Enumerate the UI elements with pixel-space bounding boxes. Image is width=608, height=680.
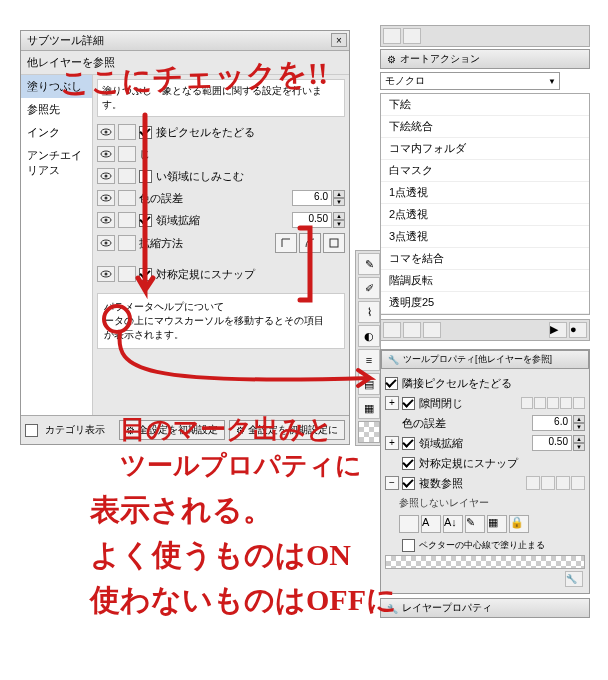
- eye-icon[interactable]: [118, 266, 136, 282]
- category-item-ref[interactable]: 参照先: [21, 98, 92, 121]
- chevron-up-icon[interactable]: ▲: [573, 435, 585, 443]
- chevron-down-icon[interactable]: ▼: [573, 443, 585, 451]
- level-icon[interactable]: [534, 397, 546, 409]
- checkbox[interactable]: [402, 437, 415, 450]
- tool-icon[interactable]: [383, 322, 401, 338]
- chevron-up-icon[interactable]: ▲: [333, 212, 345, 220]
- ref-icon[interactable]: [571, 476, 585, 490]
- tool-icon[interactable]: [423, 322, 441, 338]
- layer-type-icon[interactable]: ✎: [465, 515, 485, 533]
- spinner[interactable]: 0.50▲▼: [532, 435, 585, 451]
- method-icon-1[interactable]: [275, 233, 297, 253]
- action-item[interactable]: 3点透視: [381, 226, 589, 248]
- record-icon[interactable]: ●: [569, 322, 587, 338]
- reset-all-button-2[interactable]: 全設定を初期設定に: [229, 420, 345, 440]
- chevron-up-icon[interactable]: ▲: [333, 190, 345, 198]
- level-icon[interactable]: [573, 397, 585, 409]
- tool-icon[interactable]: [383, 28, 401, 44]
- tool-icon[interactable]: ≡: [358, 349, 380, 371]
- label-area-scale: 領域拡縮: [156, 213, 200, 228]
- tool-icon[interactable]: ⌇: [358, 301, 380, 323]
- panel-titlebar[interactable]: サブツール詳細 ×: [21, 31, 349, 51]
- autoaction-header[interactable]: オートアクション: [380, 49, 590, 69]
- checkbox-area-scale[interactable]: [139, 214, 152, 227]
- ref-icon[interactable]: [526, 476, 540, 490]
- level-icon[interactable]: [521, 397, 533, 409]
- eye-icon[interactable]: [97, 235, 115, 251]
- chevron-up-icon[interactable]: ▲: [573, 415, 585, 423]
- method-icon-3[interactable]: [323, 233, 345, 253]
- checkbox[interactable]: [402, 539, 415, 552]
- action-item[interactable]: 白マスク: [381, 160, 589, 182]
- tool-icon[interactable]: ◐: [358, 325, 380, 347]
- spinner-value[interactable]: 0.50: [292, 212, 332, 228]
- expand-icon[interactable]: +: [385, 396, 399, 410]
- chevron-down-icon[interactable]: ▼: [573, 423, 585, 431]
- ref-icon[interactable]: [541, 476, 555, 490]
- preset-dropdown[interactable]: モノクロ: [380, 72, 560, 90]
- eye-icon[interactable]: [97, 168, 115, 184]
- eye-icon[interactable]: [118, 168, 136, 184]
- eye-icon[interactable]: [97, 266, 115, 282]
- action-item[interactable]: 階調反転: [381, 270, 589, 292]
- checkbox-leak[interactable]: [139, 170, 152, 183]
- brush-icon[interactable]: ✎: [358, 253, 380, 275]
- category-item-fill[interactable]: 塗りつぶし: [21, 75, 92, 98]
- eye-icon[interactable]: [118, 146, 136, 162]
- checkbox-adjacent[interactable]: [139, 126, 152, 139]
- collapse-icon[interactable]: −: [385, 476, 399, 490]
- wrench-icon[interactable]: [565, 571, 583, 587]
- method-icon-2[interactable]: [299, 233, 321, 253]
- close-icon[interactable]: ×: [331, 33, 347, 47]
- spinner-value[interactable]: 6.0: [292, 190, 332, 206]
- eye-icon[interactable]: [118, 190, 136, 206]
- category-item-aa[interactable]: アンチエイリアス: [21, 144, 92, 182]
- spinner[interactable]: 6.0▲▼: [532, 415, 585, 431]
- eye-icon[interactable]: [97, 146, 115, 162]
- checkbox-snap[interactable]: [139, 268, 152, 281]
- help-box: パラメータヘルプについて ータの上にマウスカーソルを移動するとその項目 が表示さ…: [97, 293, 345, 349]
- ref-icon[interactable]: [556, 476, 570, 490]
- category-item-ink[interactable]: インク: [21, 121, 92, 144]
- level-icon[interactable]: [547, 397, 559, 409]
- checkbox[interactable]: [402, 477, 415, 490]
- checkbox[interactable]: [402, 397, 415, 410]
- eye-icon[interactable]: [97, 212, 115, 228]
- eye-icon[interactable]: [118, 124, 136, 140]
- layer-type-icon[interactable]: A: [421, 515, 441, 533]
- tool-icon[interactable]: [403, 322, 421, 338]
- spinner-color-margin[interactable]: 6.0 ▲▼: [292, 190, 345, 206]
- toolprop-header[interactable]: ツールプロパティ[他レイヤーを参照]: [381, 350, 589, 369]
- action-item[interactable]: 下絵統合: [381, 116, 589, 138]
- reset-all-button[interactable]: 全設定を初期設定: [119, 420, 225, 440]
- chevron-down-icon[interactable]: ▼: [333, 220, 345, 228]
- action-item[interactable]: コマ内フォルダ: [381, 138, 589, 160]
- eye-icon[interactable]: [97, 190, 115, 206]
- spinner-area-scale[interactable]: 0.50 ▲▼: [292, 212, 345, 228]
- layer-type-icon[interactable]: A↓: [443, 515, 463, 533]
- category-display-toggle[interactable]: カテゴリ表示: [25, 420, 105, 440]
- checkbox[interactable]: [385, 377, 398, 390]
- level-icon[interactable]: [560, 397, 572, 409]
- eye-icon[interactable]: [118, 212, 136, 228]
- chevron-down-icon[interactable]: ▼: [333, 198, 345, 206]
- action-item[interactable]: コマを結合: [381, 248, 589, 270]
- tool-icon[interactable]: [403, 28, 421, 44]
- action-item[interactable]: 下絵: [381, 94, 589, 116]
- checkbox[interactable]: [402, 457, 415, 470]
- tool-icon[interactable]: ▤: [358, 373, 380, 395]
- eye-icon[interactable]: [97, 124, 115, 140]
- tool-icon[interactable]: ✐: [358, 277, 380, 299]
- layer-type-icon[interactable]: [399, 515, 419, 533]
- layer-property-header[interactable]: レイヤープロパティ: [380, 598, 590, 618]
- expand-icon[interactable]: +: [385, 436, 399, 450]
- tool-icon[interactable]: ▦: [358, 397, 380, 419]
- eye-icon[interactable]: [118, 235, 136, 251]
- layer-type-icon[interactable]: ▦: [487, 515, 507, 533]
- action-item[interactable]: 2点透視: [381, 204, 589, 226]
- checkbox-category[interactable]: [25, 424, 38, 437]
- play-icon[interactable]: ▶: [549, 322, 567, 338]
- action-item[interactable]: 透明度25: [381, 292, 589, 314]
- action-item[interactable]: 1点透視: [381, 182, 589, 204]
- layer-type-icon[interactable]: 🔒: [509, 515, 529, 533]
